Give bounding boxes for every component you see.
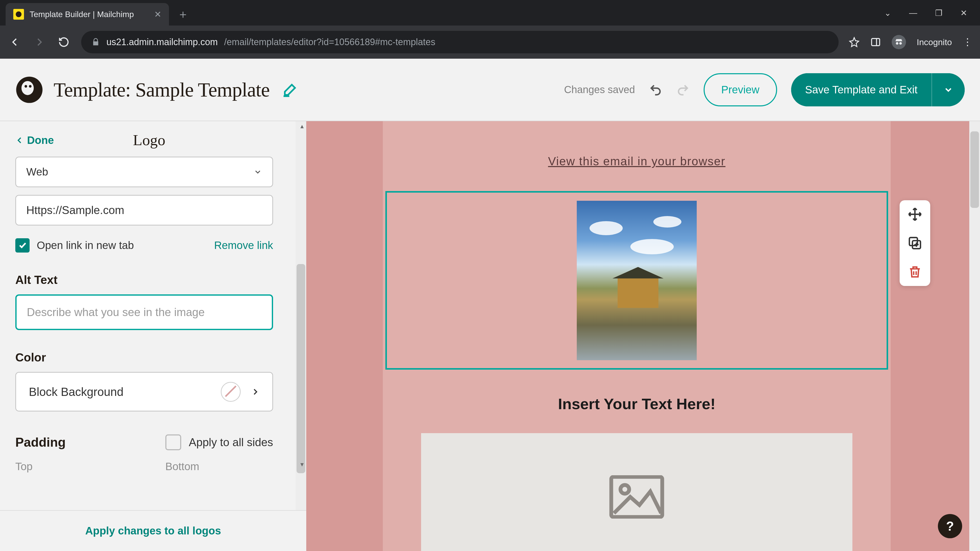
block-background-color-row[interactable]: Block Background: [15, 372, 273, 411]
tab-close-icon[interactable]: ✕: [154, 9, 161, 19]
cloud-icon: [590, 221, 623, 235]
alt-text-input[interactable]: [27, 306, 262, 319]
color-row-label: Block Background: [29, 385, 124, 399]
color-swatch-none-icon: [221, 382, 241, 402]
move-block-button[interactable]: [907, 207, 922, 222]
browser-menu-icon[interactable]: ⋮: [963, 37, 972, 48]
chevron-down-icon: [253, 168, 262, 176]
logo-image[interactable]: [577, 201, 697, 360]
help-button[interactable]: ?: [938, 514, 962, 538]
preview-button[interactable]: Preview: [703, 73, 777, 106]
favicon-mailchimp: [13, 9, 24, 20]
redo-button[interactable]: [676, 83, 690, 97]
duplicate-block-button[interactable]: [907, 236, 922, 251]
link-url-input[interactable]: Https://Sample.com: [15, 195, 273, 225]
url-field[interactable]: us21.admin.mailchimp.com/email/templates…: [81, 31, 838, 53]
image-placeholder-block[interactable]: [421, 433, 853, 551]
svg-point-0: [16, 11, 22, 17]
alt-text-label: Alt Text: [15, 273, 291, 287]
tab-overflow-icon[interactable]: ⌄: [884, 8, 891, 18]
lock-icon: [91, 38, 100, 46]
undo-button[interactable]: [649, 83, 662, 97]
padding-top-label: Top: [15, 460, 33, 473]
done-button[interactable]: Done: [15, 134, 54, 146]
link-url-value: Https://Sample.com: [26, 204, 124, 217]
link-type-select[interactable]: Web: [15, 157, 273, 187]
app-body: ▴ ▾ Done Logo Web Https: [0, 121, 980, 551]
image-placeholder-icon: [609, 475, 665, 519]
apply-all-sides-checkbox[interactable]: [165, 434, 181, 450]
svg-rect-1: [872, 38, 880, 46]
done-label: Done: [27, 134, 54, 146]
sidebar-footer: Apply changes to all logos: [0, 510, 306, 551]
delete-block-button[interactable]: [907, 265, 922, 279]
open-new-tab-label: Open link in new tab: [37, 239, 134, 251]
apply-all-logos-button[interactable]: Apply changes to all logos: [85, 525, 221, 537]
scroll-down-icon[interactable]: ▾: [301, 460, 304, 468]
color-section-label: Color: [15, 351, 291, 364]
panel-icon[interactable]: [870, 37, 881, 48]
nav-forward-button[interactable]: [32, 35, 46, 49]
app-root: Template: Sample Template Changes saved …: [0, 59, 980, 551]
incognito-label: Incognito: [917, 37, 952, 47]
sidebar-title: Logo: [133, 131, 165, 149]
chevron-right-icon: [251, 387, 259, 396]
svg-point-4: [899, 42, 902, 44]
cloud-icon: [653, 216, 681, 227]
tab-title: Template Builder | Mailchimp: [30, 10, 134, 19]
edit-title-icon[interactable]: [282, 82, 298, 97]
sidebar-scrollbar-track[interactable]: ▴ ▾: [296, 121, 306, 510]
nav-reload-button[interactable]: [57, 35, 71, 49]
url-host: us21.admin.mailchimp.com: [107, 37, 218, 48]
padding-section-label: Padding: [15, 435, 65, 450]
heading-block[interactable]: Insert Your Text Here!: [383, 395, 891, 413]
remove-link-button[interactable]: Remove link: [214, 239, 273, 251]
block-toolbar: [900, 200, 930, 286]
app-header: Template: Sample Template Changes saved …: [0, 59, 980, 121]
svg-point-6: [21, 81, 34, 95]
svg-point-10: [620, 485, 629, 494]
save-split-button: Save Template and Exit: [791, 73, 965, 106]
sidebar-panel: ▴ ▾ Done Logo Web Https: [0, 121, 306, 551]
browser-tab-strip: Template Builder | Mailchimp ✕ ＋ ⌄ ― ❐ ✕: [0, 0, 980, 25]
scroll-up-icon[interactable]: ▴: [301, 122, 304, 130]
svg-point-8: [29, 85, 32, 87]
incognito-avatar-icon[interactable]: [892, 35, 906, 49]
save-template-button[interactable]: Save Template and Exit: [791, 73, 932, 106]
browser-tab-active[interactable]: Template Builder | Mailchimp ✕: [6, 3, 169, 25]
padding-bottom-label: Bottom: [165, 460, 199, 473]
alt-text-input-wrapper: [15, 294, 273, 330]
logo-block-selected[interactable]: [385, 191, 888, 370]
open-new-tab-checkbox[interactable]: [15, 238, 30, 252]
window-minimize-icon[interactable]: ―: [909, 8, 917, 18]
new-tab-button[interactable]: ＋: [174, 5, 192, 23]
url-path: /email/templates/editor?id=10566189#mc-t…: [224, 37, 435, 48]
window-close-icon[interactable]: ✕: [960, 8, 967, 18]
mailchimp-logo-icon[interactable]: [15, 76, 43, 104]
sidebar-scrollbar-thumb[interactable]: [297, 264, 305, 473]
cloud-icon: [630, 239, 674, 254]
svg-point-3: [896, 42, 898, 44]
canvas-scrollbar-track[interactable]: [969, 121, 980, 551]
canvas[interactable]: View this email in your browser Insert Y…: [306, 121, 980, 551]
window-controls: ⌄ ― ❐ ✕: [884, 8, 980, 25]
bookmark-star-icon[interactable]: [849, 37, 859, 48]
svg-point-7: [24, 85, 27, 87]
save-status: Changes saved: [564, 84, 635, 95]
page-title: Template: Sample Template: [54, 78, 269, 101]
apply-all-sides-label: Apply to all sides: [189, 436, 273, 449]
building-icon: [617, 277, 659, 308]
email-body: View this email in your browser Insert Y…: [383, 121, 891, 551]
nav-back-button[interactable]: [8, 35, 22, 49]
view-in-browser-link[interactable]: View this email in your browser: [383, 154, 891, 168]
window-maximize-icon[interactable]: ❐: [935, 8, 942, 18]
link-type-value: Web: [26, 166, 48, 178]
save-dropdown-button[interactable]: [932, 73, 965, 106]
browser-address-bar: us21.admin.mailchimp.com/email/templates…: [0, 25, 980, 59]
canvas-scrollbar-thumb[interactable]: [970, 131, 979, 208]
